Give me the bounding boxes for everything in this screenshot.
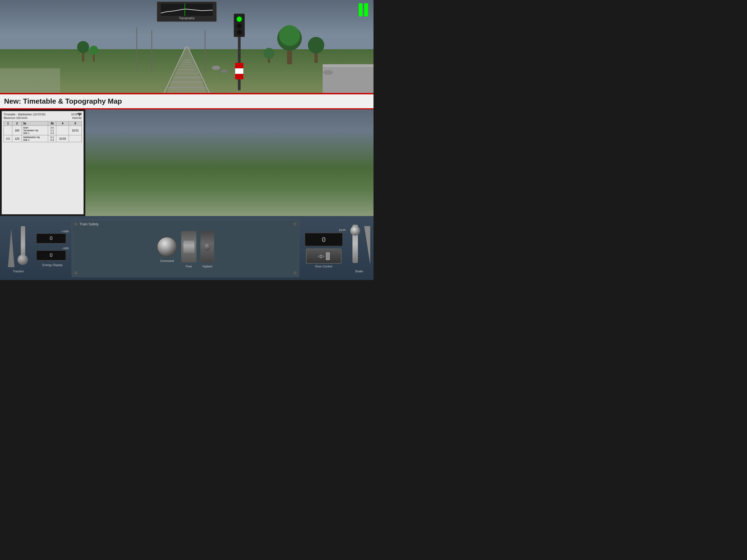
safety-footer [74,271,297,275]
cell-2-5 [69,135,82,142]
energy-area: + kWh 0 - kWh 0 Energy Display [36,230,69,266]
svg-rect-33 [323,64,374,67]
cell-2-2: 120 [12,135,22,142]
cell-1-3b: 0.0 2.2 2.3 [48,126,56,135]
brake-area: Brake [349,223,370,273]
svg-rect-2 [0,68,60,93]
door-control-button[interactable]: ◁▷ [306,249,341,263]
col-header-3a: 3a [22,121,48,126]
plus-kwh-label: + kWh [36,230,69,233]
vigilant-label: Vigilant [202,265,212,268]
svg-rect-32 [323,66,374,93]
svg-point-35 [77,41,89,53]
speed-display: 0 [305,233,343,246]
topography-graph [161,4,213,16]
topography-widget[interactable]: Topography [157,1,217,22]
announcement-bar: New: Timetable & Topography Map [0,94,374,109]
speed-area: km/h 0 ◁▷ Door Control [302,228,345,268]
safety-dot-bottom-left [74,271,77,275]
command-knob[interactable] [157,236,177,257]
brake-label: Brake [356,270,363,273]
svg-point-37 [89,46,98,54]
cell-2-1: 4.0 [4,135,12,142]
cell-1-2: 160 [12,126,22,135]
minus-kwh-label: - kWh [36,247,69,250]
col-header-4: 4 [56,121,69,126]
svg-point-40 [323,70,333,75]
cell-1-4 [56,126,69,135]
door-icon: ◁▷ [318,253,324,259]
svg-point-29 [308,37,324,53]
svg-rect-18 [235,68,243,74]
free-slider[interactable] [181,231,196,262]
minus-kwh-display: 0 [36,250,66,261]
col-header-5: 5 [69,121,82,126]
pause-button[interactable] [357,2,370,17]
svg-rect-17 [235,63,243,68]
timetable-header: Timetable - Waldstetten (10:03:50) [4,113,45,116]
safety-dot-bottom-right [293,271,297,275]
svg-point-31 [264,48,275,59]
timetable-traintype: Intercity [72,117,82,120]
traction-knob[interactable] [18,255,28,265]
pause-bar-right [364,3,368,17]
safety-dot-right [293,222,297,226]
col-header-1: 1 [4,121,12,126]
announcement-title: New: Timetable & Topography Map [4,97,122,105]
timetable-subheader: Maximum 160 km/h [4,117,27,120]
svg-point-24 [237,30,242,35]
timetable-panel: Timetable - Waldstetten (10:03:50) 10:00… [2,111,84,214]
brake-knob[interactable] [350,226,360,236]
door-control-label: Door Control [315,265,332,268]
topography-label: Topography [179,17,195,20]
energy-display-label: Energy Display [36,263,69,266]
pause-bar-left [359,3,363,17]
cell-1-1 [4,126,12,135]
vigilant-knob[interactable] [200,231,214,262]
svg-rect-45 [161,4,213,16]
cell-2-4: 10:03 [56,135,69,142]
command-label: Command [160,259,174,262]
svg-point-38 [212,66,220,70]
brake-triangle [364,226,370,264]
train-safety-panel: Train Safety Command Free [72,220,299,277]
game-scene: Topography [0,0,374,93]
traction-lever-container [8,223,29,267]
cell-1-3a: Start Tanstetten Hp Sbk 1 [22,126,48,135]
safety-title: Train Safety [80,222,99,226]
svg-point-23 [237,24,242,28]
plus-kwh-display: 0 [36,233,66,244]
svg-point-22 [237,17,241,21]
col-header-2: 2 [12,121,22,126]
main-content: Timetable - Waldstetten (10:03:50) 10:00… [0,109,374,216]
table-row: 160 Start Tanstetten Hp Sbk 1 0.0 2.2 2.… [4,126,82,135]
door-icon-panel [326,252,330,260]
svg-rect-19 [235,74,243,79]
speed-unit: km/h [302,228,345,232]
traction-area: Traction [3,223,33,273]
control-panel: Traction + kWh 0 - kWh 0 Energy Display … [0,216,374,280]
safety-header: Train Safety [74,222,297,226]
free-label: Free [186,265,192,268]
cell-1-5: 10:01 [69,126,82,135]
cell-2-3a: Waldstetten Hp Sbk 2 [22,135,48,142]
timetable-dropdown[interactable] [77,113,82,116]
svg-point-27 [279,25,300,46]
brake-lever-container [349,223,370,267]
game-view-right [85,109,374,216]
safety-dot-left [74,222,77,226]
col-header-3b: 3b [48,121,56,126]
table-row: 4.0 120 Waldstetten Hp Sbk 2 5.2 5.3 10:… [4,135,82,142]
svg-point-39 [221,70,228,73]
cell-2-3b: 5.2 5.3 [48,135,56,142]
timetable-table: 1 2 3a 3b 4 5 160 Start Tanstetten Hp Sb… [4,121,82,142]
traction-label: Traction [13,270,24,273]
